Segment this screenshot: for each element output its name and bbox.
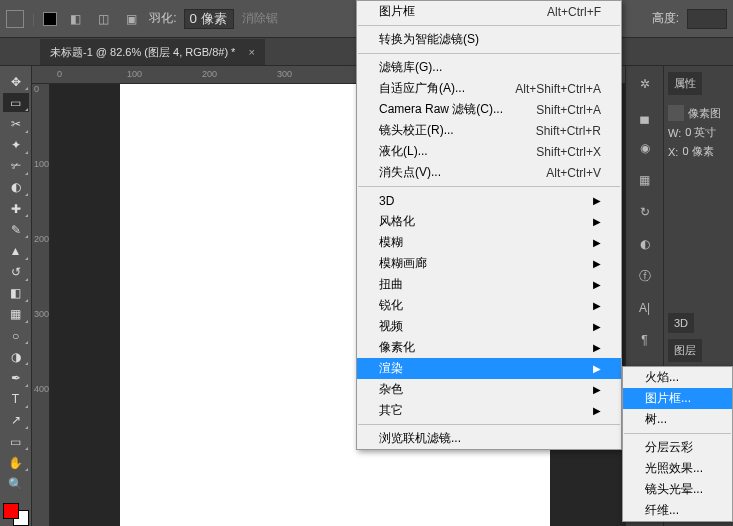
menu-item-label: 液化(L)... — [379, 143, 428, 160]
shape-tool[interactable]: ▭ — [3, 432, 29, 451]
character-panel-icon[interactable]: A| — [633, 296, 657, 320]
menu-item[interactable]: 火焰... — [623, 367, 732, 388]
menu-item-label: 镜头校正(R)... — [379, 122, 454, 139]
menu-item[interactable]: 像素化▶ — [357, 337, 621, 358]
menu-item[interactable]: 转换为智能滤镜(S) — [357, 29, 621, 50]
menu-item-label: 镜头光晕... — [645, 481, 703, 498]
menu-item[interactable]: 消失点(V)...Alt+Ctrl+V — [357, 162, 621, 183]
layers-panel-tab[interactable]: 图层 — [668, 339, 702, 362]
crop-tool[interactable]: ✃ — [3, 157, 29, 176]
color-panel-icon[interactable]: ◉ — [633, 136, 657, 160]
menu-item[interactable]: 自适应广角(A)...Alt+Shift+Ctrl+A — [357, 78, 621, 99]
dodge-tool[interactable]: ◑ — [3, 347, 29, 366]
menu-item[interactable]: 模糊▶ — [357, 232, 621, 253]
filter-menu: 图片框Alt+Ctrl+F转换为智能滤镜(S)滤镜库(G)...自适应广角(A)… — [356, 0, 622, 450]
move-tool[interactable]: ✥ — [3, 72, 29, 91]
menu-item-label: 转换为智能滤镜(S) — [379, 31, 479, 48]
hand-tool[interactable]: ✋ — [3, 453, 29, 472]
tools-panel: ✥ ▭ ✂ ✦ ✃ ◐ ✚ ✎ ▲ ↺ ◧ ▦ ○ ◑ ✒ T ↗ ▭ ✋ 🔍 — [0, 66, 32, 526]
submenu-arrow-icon: ▶ — [593, 363, 601, 374]
menu-item[interactable]: 滤镜库(G)... — [357, 57, 621, 78]
mode-intersect-icon[interactable]: ◫ — [93, 9, 113, 29]
menu-item[interactable]: 风格化▶ — [357, 211, 621, 232]
properties-panel-tab[interactable]: 属性 — [668, 72, 702, 95]
marquee-tool[interactable]: ▭ — [3, 93, 29, 112]
document-tab[interactable]: 未标题-1 @ 82.6% (图层 4, RGB/8#) * × — [40, 39, 265, 65]
marquee-tool-indicator[interactable] — [6, 10, 24, 28]
foreground-color-swatch[interactable] — [3, 503, 19, 519]
eraser-tool[interactable]: ◧ — [3, 284, 29, 303]
menu-item-shortcut: Shift+Ctrl+X — [536, 145, 601, 159]
path-tool[interactable]: ↗ — [3, 411, 29, 430]
mode-subtract-icon[interactable]: ◧ — [65, 9, 85, 29]
menu-item-label: 锐化 — [379, 297, 403, 314]
menu-item[interactable]: 树... — [623, 409, 732, 430]
menu-item-label: 风格化 — [379, 213, 415, 230]
menu-item[interactable]: 光照效果... — [623, 458, 732, 479]
w-value: 0 英寸 — [685, 125, 716, 140]
menu-item[interactable]: 浏览联机滤镜... — [357, 428, 621, 449]
menu-item-label: 3D — [379, 194, 394, 208]
document-tab-title: 未标题-1 @ 82.6% (图层 4, RGB/8#) * — [50, 46, 235, 58]
histogram-panel-icon[interactable]: ▄ — [633, 104, 657, 128]
submenu-arrow-icon: ▶ — [593, 342, 601, 353]
menu-item[interactable]: 纤维... — [623, 500, 732, 521]
menu-item-shortcut: Alt+Ctrl+F — [547, 5, 601, 19]
zoom-tool[interactable]: 🔍 — [3, 474, 29, 493]
3d-panel-tab[interactable]: 3D — [668, 313, 694, 333]
ruler-vertical[interactable]: 0 100 200 300 400 — [32, 84, 50, 526]
fill-swatch[interactable] — [43, 12, 57, 26]
menu-item[interactable]: 其它▶ — [357, 400, 621, 421]
menu-item[interactable]: 图片框... — [623, 388, 732, 409]
menu-item[interactable]: 镜头光晕... — [623, 479, 732, 500]
height-input[interactable] — [687, 9, 727, 29]
submenu-arrow-icon: ▶ — [593, 258, 601, 269]
submenu-arrow-icon: ▶ — [593, 321, 601, 332]
type-tool[interactable]: T — [3, 390, 29, 409]
menu-item-label: Camera Raw 滤镜(C)... — [379, 101, 503, 118]
navigator-panel-icon[interactable]: ✲ — [633, 72, 657, 96]
brush-tool[interactable]: ✎ — [3, 220, 29, 239]
close-tab-icon[interactable]: × — [248, 46, 254, 58]
swatches-panel-icon[interactable]: ▦ — [633, 168, 657, 192]
submenu-arrow-icon: ▶ — [593, 216, 601, 227]
stamp-tool[interactable]: ▲ — [3, 241, 29, 260]
menu-item-label: 光照效果... — [645, 460, 703, 477]
menu-item[interactable]: 液化(L)...Shift+Ctrl+X — [357, 141, 621, 162]
menu-item[interactable]: 扭曲▶ — [357, 274, 621, 295]
menu-item-label: 图片框 — [379, 3, 415, 20]
color-swatches[interactable] — [3, 503, 29, 526]
menu-item[interactable]: 视频▶ — [357, 316, 621, 337]
mode-exclude-icon[interactable]: ▣ — [121, 9, 141, 29]
blur-tool[interactable]: ○ — [3, 326, 29, 345]
submenu-arrow-icon: ▶ — [593, 384, 601, 395]
menu-item[interactable]: 3D▶ — [357, 190, 621, 211]
eyedropper-tool[interactable]: ◐ — [3, 178, 29, 197]
menu-item[interactable]: 模糊画廊▶ — [357, 253, 621, 274]
menu-item[interactable]: 杂色▶ — [357, 379, 621, 400]
history-panel-icon[interactable]: ↻ — [633, 200, 657, 224]
quick-select-tool[interactable]: ✦ — [3, 136, 29, 155]
menu-item[interactable]: Camera Raw 滤镜(C)...Shift+Ctrl+A — [357, 99, 621, 120]
feather-input[interactable] — [184, 9, 234, 29]
history-brush-tool[interactable]: ↺ — [3, 263, 29, 282]
adjustments-panel-icon[interactable]: ◐ — [633, 232, 657, 256]
menu-item-label: 火焰... — [645, 369, 679, 386]
gradient-tool[interactable]: ▦ — [3, 305, 29, 324]
pen-tool[interactable]: ✒ — [3, 368, 29, 387]
menu-item-label: 渲染 — [379, 360, 403, 377]
healing-tool[interactable]: ✚ — [3, 199, 29, 218]
menu-item[interactable]: 图片框Alt+Ctrl+F — [357, 1, 621, 22]
menu-item[interactable]: 渲染▶ — [357, 358, 621, 379]
paragraph-panel-icon[interactable]: ¶ — [633, 328, 657, 352]
lasso-tool[interactable]: ✂ — [3, 114, 29, 133]
styles-panel-icon[interactable]: ⓕ — [633, 264, 657, 288]
x-label: X: — [668, 146, 678, 158]
pixel-label: 像素图 — [688, 106, 721, 121]
menu-item[interactable]: 镜头校正(R)...Shift+Ctrl+R — [357, 120, 621, 141]
menu-item[interactable]: 分层云彩 — [623, 437, 732, 458]
submenu-arrow-icon: ▶ — [593, 237, 601, 248]
submenu-arrow-icon: ▶ — [593, 195, 601, 206]
menu-item[interactable]: 锐化▶ — [357, 295, 621, 316]
menu-item-shortcut: Shift+Ctrl+A — [536, 103, 601, 117]
